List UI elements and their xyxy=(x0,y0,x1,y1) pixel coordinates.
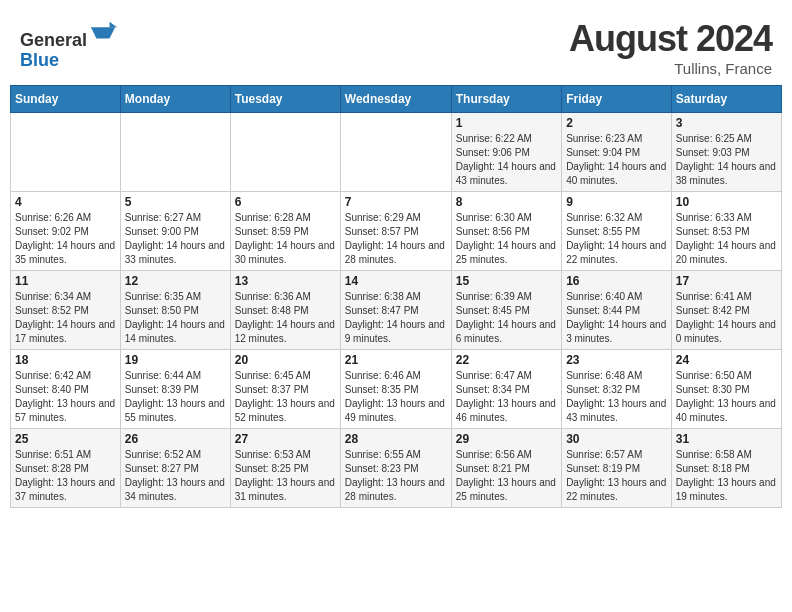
day-number: 26 xyxy=(125,432,226,446)
day-number: 28 xyxy=(345,432,447,446)
day-info: Sunrise: 6:28 AM Sunset: 8:59 PM Dayligh… xyxy=(235,211,336,267)
page-header: General Blue August 2024 Tullins, France xyxy=(10,10,782,81)
weekday-header-thursday: Thursday xyxy=(451,86,561,113)
day-number: 31 xyxy=(676,432,777,446)
calendar-cell: 31Sunrise: 6:58 AM Sunset: 8:18 PM Dayli… xyxy=(671,429,781,508)
weekday-header-monday: Monday xyxy=(120,86,230,113)
calendar-cell: 15Sunrise: 6:39 AM Sunset: 8:45 PM Dayli… xyxy=(451,271,561,350)
calendar-cell: 9Sunrise: 6:32 AM Sunset: 8:55 PM Daylig… xyxy=(562,192,672,271)
day-info: Sunrise: 6:41 AM Sunset: 8:42 PM Dayligh… xyxy=(676,290,777,346)
calendar-cell: 28Sunrise: 6:55 AM Sunset: 8:23 PM Dayli… xyxy=(340,429,451,508)
day-number: 30 xyxy=(566,432,667,446)
calendar-cell: 16Sunrise: 6:40 AM Sunset: 8:44 PM Dayli… xyxy=(562,271,672,350)
calendar-cell: 7Sunrise: 6:29 AM Sunset: 8:57 PM Daylig… xyxy=(340,192,451,271)
day-info: Sunrise: 6:55 AM Sunset: 8:23 PM Dayligh… xyxy=(345,448,447,504)
calendar-cell: 5Sunrise: 6:27 AM Sunset: 9:00 PM Daylig… xyxy=(120,192,230,271)
calendar-cell xyxy=(120,113,230,192)
day-info: Sunrise: 6:44 AM Sunset: 8:39 PM Dayligh… xyxy=(125,369,226,425)
weekday-header-saturday: Saturday xyxy=(671,86,781,113)
weekday-header-tuesday: Tuesday xyxy=(230,86,340,113)
day-number: 13 xyxy=(235,274,336,288)
day-number: 17 xyxy=(676,274,777,288)
weekday-header-wednesday: Wednesday xyxy=(340,86,451,113)
calendar-cell: 18Sunrise: 6:42 AM Sunset: 8:40 PM Dayli… xyxy=(11,350,121,429)
day-number: 1 xyxy=(456,116,557,130)
day-info: Sunrise: 6:50 AM Sunset: 8:30 PM Dayligh… xyxy=(676,369,777,425)
day-info: Sunrise: 6:40 AM Sunset: 8:44 PM Dayligh… xyxy=(566,290,667,346)
day-number: 7 xyxy=(345,195,447,209)
day-number: 2 xyxy=(566,116,667,130)
day-number: 3 xyxy=(676,116,777,130)
calendar-cell xyxy=(340,113,451,192)
calendar-cell: 26Sunrise: 6:52 AM Sunset: 8:27 PM Dayli… xyxy=(120,429,230,508)
month-title: August 2024 xyxy=(569,18,772,60)
calendar-cell: 4Sunrise: 6:26 AM Sunset: 9:02 PM Daylig… xyxy=(11,192,121,271)
logo-blue: Blue xyxy=(20,50,59,70)
weekday-header-friday: Friday xyxy=(562,86,672,113)
day-info: Sunrise: 6:42 AM Sunset: 8:40 PM Dayligh… xyxy=(15,369,116,425)
day-info: Sunrise: 6:36 AM Sunset: 8:48 PM Dayligh… xyxy=(235,290,336,346)
calendar-cell: 2Sunrise: 6:23 AM Sunset: 9:04 PM Daylig… xyxy=(562,113,672,192)
calendar-cell: 20Sunrise: 6:45 AM Sunset: 8:37 PM Dayli… xyxy=(230,350,340,429)
day-info: Sunrise: 6:48 AM Sunset: 8:32 PM Dayligh… xyxy=(566,369,667,425)
day-info: Sunrise: 6:30 AM Sunset: 8:56 PM Dayligh… xyxy=(456,211,557,267)
day-info: Sunrise: 6:58 AM Sunset: 8:18 PM Dayligh… xyxy=(676,448,777,504)
day-number: 16 xyxy=(566,274,667,288)
day-number: 8 xyxy=(456,195,557,209)
svg-marker-0 xyxy=(91,27,115,38)
day-info: Sunrise: 6:35 AM Sunset: 8:50 PM Dayligh… xyxy=(125,290,226,346)
calendar-cell: 1Sunrise: 6:22 AM Sunset: 9:06 PM Daylig… xyxy=(451,113,561,192)
day-info: Sunrise: 6:26 AM Sunset: 9:02 PM Dayligh… xyxy=(15,211,116,267)
day-number: 5 xyxy=(125,195,226,209)
calendar-cell xyxy=(11,113,121,192)
day-number: 24 xyxy=(676,353,777,367)
day-info: Sunrise: 6:22 AM Sunset: 9:06 PM Dayligh… xyxy=(456,132,557,188)
calendar-cell: 6Sunrise: 6:28 AM Sunset: 8:59 PM Daylig… xyxy=(230,192,340,271)
calendar-cell: 21Sunrise: 6:46 AM Sunset: 8:35 PM Dayli… xyxy=(340,350,451,429)
day-number: 12 xyxy=(125,274,226,288)
calendar-cell: 8Sunrise: 6:30 AM Sunset: 8:56 PM Daylig… xyxy=(451,192,561,271)
svg-marker-1 xyxy=(110,22,117,28)
day-info: Sunrise: 6:47 AM Sunset: 8:34 PM Dayligh… xyxy=(456,369,557,425)
day-number: 9 xyxy=(566,195,667,209)
day-info: Sunrise: 6:29 AM Sunset: 8:57 PM Dayligh… xyxy=(345,211,447,267)
calendar-cell: 13Sunrise: 6:36 AM Sunset: 8:48 PM Dayli… xyxy=(230,271,340,350)
calendar-cell: 11Sunrise: 6:34 AM Sunset: 8:52 PM Dayli… xyxy=(11,271,121,350)
day-number: 14 xyxy=(345,274,447,288)
day-number: 29 xyxy=(456,432,557,446)
calendar-cell: 17Sunrise: 6:41 AM Sunset: 8:42 PM Dayli… xyxy=(671,271,781,350)
day-number: 21 xyxy=(345,353,447,367)
day-number: 19 xyxy=(125,353,226,367)
calendar-cell: 29Sunrise: 6:56 AM Sunset: 8:21 PM Dayli… xyxy=(451,429,561,508)
weekday-header-sunday: Sunday xyxy=(11,86,121,113)
calendar-cell: 3Sunrise: 6:25 AM Sunset: 9:03 PM Daylig… xyxy=(671,113,781,192)
day-number: 11 xyxy=(15,274,116,288)
day-info: Sunrise: 6:38 AM Sunset: 8:47 PM Dayligh… xyxy=(345,290,447,346)
day-info: Sunrise: 6:52 AM Sunset: 8:27 PM Dayligh… xyxy=(125,448,226,504)
day-info: Sunrise: 6:45 AM Sunset: 8:37 PM Dayligh… xyxy=(235,369,336,425)
day-info: Sunrise: 6:23 AM Sunset: 9:04 PM Dayligh… xyxy=(566,132,667,188)
day-info: Sunrise: 6:27 AM Sunset: 9:00 PM Dayligh… xyxy=(125,211,226,267)
logo: General Blue xyxy=(20,18,117,71)
calendar-cell: 24Sunrise: 6:50 AM Sunset: 8:30 PM Dayli… xyxy=(671,350,781,429)
location-title: Tullins, France xyxy=(569,60,772,77)
calendar-cell: 27Sunrise: 6:53 AM Sunset: 8:25 PM Dayli… xyxy=(230,429,340,508)
day-number: 27 xyxy=(235,432,336,446)
logo-general: General xyxy=(20,30,87,50)
day-number: 18 xyxy=(15,353,116,367)
day-number: 10 xyxy=(676,195,777,209)
day-info: Sunrise: 6:25 AM Sunset: 9:03 PM Dayligh… xyxy=(676,132,777,188)
title-block: August 2024 Tullins, France xyxy=(569,18,772,77)
day-info: Sunrise: 6:34 AM Sunset: 8:52 PM Dayligh… xyxy=(15,290,116,346)
calendar-table: SundayMondayTuesdayWednesdayThursdayFrid… xyxy=(10,85,782,508)
calendar-cell: 14Sunrise: 6:38 AM Sunset: 8:47 PM Dayli… xyxy=(340,271,451,350)
calendar-cell: 19Sunrise: 6:44 AM Sunset: 8:39 PM Dayli… xyxy=(120,350,230,429)
day-info: Sunrise: 6:57 AM Sunset: 8:19 PM Dayligh… xyxy=(566,448,667,504)
logo-icon xyxy=(89,18,117,46)
calendar-cell: 12Sunrise: 6:35 AM Sunset: 8:50 PM Dayli… xyxy=(120,271,230,350)
calendar-cell: 23Sunrise: 6:48 AM Sunset: 8:32 PM Dayli… xyxy=(562,350,672,429)
day-info: Sunrise: 6:32 AM Sunset: 8:55 PM Dayligh… xyxy=(566,211,667,267)
day-info: Sunrise: 6:53 AM Sunset: 8:25 PM Dayligh… xyxy=(235,448,336,504)
calendar-cell xyxy=(230,113,340,192)
day-number: 6 xyxy=(235,195,336,209)
